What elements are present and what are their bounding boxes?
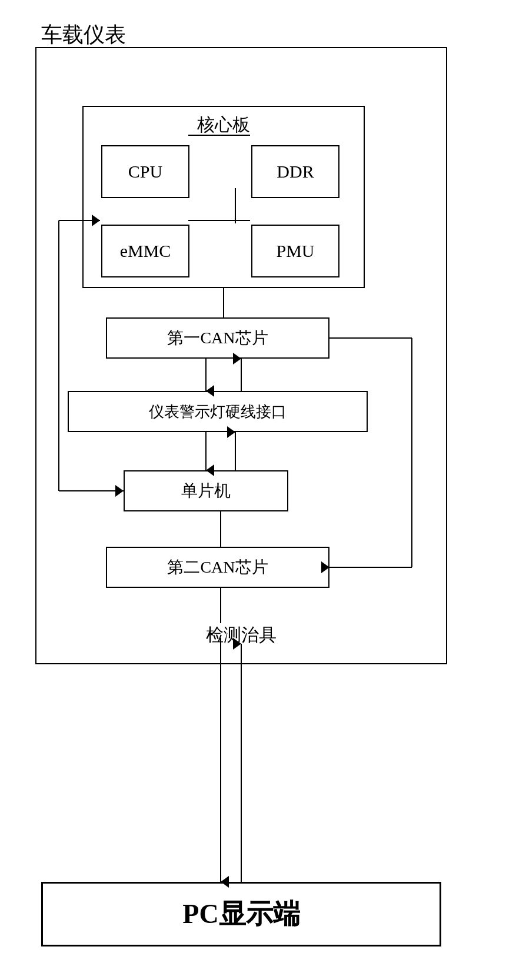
second-can-box: 第二CAN芯片	[106, 547, 329, 588]
emmc-box: eMMC	[101, 225, 189, 277]
vehicle-instrument-label: 车载仪表	[41, 21, 126, 49]
core-board-label: 核心板	[84, 113, 364, 137]
detection-fixture-label: 检测治具	[24, 623, 459, 647]
cpu-box: CPU	[101, 145, 189, 198]
first-can-box: 第一CAN芯片	[106, 317, 329, 359]
ddr-box: DDR	[251, 145, 339, 198]
warning-interface-box: 仪表警示灯硬线接口	[68, 391, 368, 432]
mcu-box: 单片机	[124, 470, 288, 511]
core-board-box: 核心板 CPU DDR eMMC PMU	[82, 106, 365, 288]
pmu-box: PMU	[251, 225, 339, 277]
diagram-container: 车载仪表 核心板 CPU DDR eMMC PMU 第一CAN芯片 仪表警示灯硬…	[24, 12, 482, 970]
pc-display-box: PC显示端	[41, 882, 441, 946]
